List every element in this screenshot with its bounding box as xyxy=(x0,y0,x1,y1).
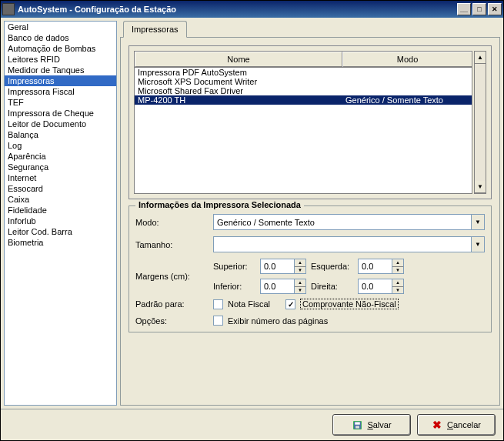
scroll-up-icon[interactable]: ▲ xyxy=(475,52,486,64)
cell-modo: Genérico / Somente Texto xyxy=(345,95,469,105)
chevron-down-icon[interactable]: ▼ xyxy=(471,215,484,229)
cancel-button[interactable]: ✖ Cancelar xyxy=(417,414,496,436)
cell-nome: Impressora PDF AutoSystem xyxy=(138,68,345,77)
sidebar-item-impressora-de-cheque[interactable]: Impressora de Cheque xyxy=(5,108,116,119)
opcoes-label: Opções: xyxy=(135,316,209,326)
app-window: AutoSystem - Configuração da Estação __ … xyxy=(0,0,504,441)
cell-nome: Microsoft XPS Document Writer xyxy=(138,77,345,86)
spin-up-icon[interactable]: ▲ xyxy=(295,279,305,287)
exibir-label: Exibir número das páginas xyxy=(228,316,328,326)
comprovante-checkbox[interactable] xyxy=(285,299,295,309)
inferior-label: Inferior: xyxy=(213,282,255,291)
sidebar: GeralBanco de dadosAutomação de BombasLe… xyxy=(4,21,117,406)
spin-down-icon[interactable]: ▼ xyxy=(295,267,305,274)
cancel-icon: ✖ xyxy=(432,419,442,430)
sidebar-item-biometria[interactable]: Biometria xyxy=(5,237,116,248)
esquerda-label: Esquerda: xyxy=(311,262,353,271)
exibir-checkbox[interactable] xyxy=(213,316,223,326)
superior-label: Superior: xyxy=(213,262,255,271)
spin-down-icon[interactable]: ▼ xyxy=(295,287,305,294)
sidebar-item-internet[interactable]: Internet xyxy=(5,172,116,183)
esquerda-input[interactable]: 0.0 ▲▼ xyxy=(358,259,404,274)
app-icon xyxy=(2,3,15,15)
modo-dropdown[interactable]: Genérico / Somente Texto ▼ xyxy=(213,214,485,230)
padrao-label: Padrão para: xyxy=(135,299,209,309)
sidebar-item-tef[interactable]: TEF xyxy=(5,97,116,108)
maximize-button[interactable]: □ xyxy=(472,3,486,15)
printers-table: Nome Modo Impressora PDF AutoSystemMicro… xyxy=(129,45,492,199)
sidebar-item-automação-de-bombas[interactable]: Automação de Bombas xyxy=(5,43,116,54)
direita-input[interactable]: 0.0 ▲▼ xyxy=(358,279,404,294)
margens-label: Margens (cm): xyxy=(135,272,209,281)
cell-modo xyxy=(345,77,469,86)
table-row[interactable]: Microsoft XPS Document Writer xyxy=(135,77,472,86)
table-scrollbar[interactable]: ▲ ▼ xyxy=(474,51,486,194)
titlebar: AutoSystem - Configuração da Estação __ … xyxy=(1,1,503,18)
cell-nome: Microsoft Shared Fax Driver xyxy=(138,86,345,95)
scroll-down-icon[interactable]: ▼ xyxy=(475,181,486,193)
nota-fiscal-label: Nota Fiscal xyxy=(228,299,270,309)
superior-input[interactable]: 0.0 ▲▼ xyxy=(260,259,306,274)
column-header-modo[interactable]: Modo xyxy=(342,52,472,67)
close-button[interactable]: ✕ xyxy=(488,3,502,15)
save-icon xyxy=(352,419,362,430)
modo-value: Genérico / Somente Texto xyxy=(217,218,315,227)
sidebar-item-caixa[interactable]: Caixa xyxy=(5,194,116,205)
direita-label: Direita: xyxy=(311,282,353,291)
sidebar-item-essocard[interactable]: Essocard xyxy=(5,183,116,194)
table-row[interactable]: MP-4200 THGenérico / Somente Texto xyxy=(135,95,472,105)
save-button[interactable]: Salvar xyxy=(332,414,411,436)
cell-nome: MP-4200 TH xyxy=(138,95,345,105)
tamanho-dropdown[interactable]: ▼ xyxy=(213,236,485,252)
tamanho-label: Tamanho: xyxy=(135,240,209,249)
sidebar-item-banco-de-dados[interactable]: Banco de dados xyxy=(5,32,116,43)
svg-rect-2 xyxy=(355,426,359,428)
svg-rect-1 xyxy=(355,422,360,424)
printer-details-group: Informações da Impressora Selecionada Mo… xyxy=(129,205,492,332)
nota-fiscal-checkbox[interactable] xyxy=(213,299,223,309)
column-header-nome[interactable]: Nome xyxy=(135,52,342,67)
cell-modo xyxy=(345,68,469,77)
table-row[interactable]: Microsoft Shared Fax Driver xyxy=(135,86,472,95)
spin-up-icon[interactable]: ▲ xyxy=(392,259,403,267)
comprovante-label: Comprovante Não-Fiscal xyxy=(300,299,399,309)
sidebar-item-impressoras[interactable]: Impressoras xyxy=(5,75,116,86)
inferior-input[interactable]: 0.0 ▲▼ xyxy=(260,279,306,294)
footer: Salvar ✖ Cancelar xyxy=(1,409,503,440)
sidebar-item-balança[interactable]: Balança xyxy=(5,129,116,140)
spin-down-icon[interactable]: ▼ xyxy=(392,267,403,274)
sidebar-item-medidor-de-tanques[interactable]: Medidor de Tanques xyxy=(5,65,116,75)
sidebar-item-geral[interactable]: Geral xyxy=(5,22,116,32)
sidebar-item-fidelidade[interactable]: Fidelidade xyxy=(5,205,116,215)
window-title: AutoSystem - Configuração da Estação xyxy=(18,5,456,14)
sidebar-item-segurança[interactable]: Segurança xyxy=(5,162,116,172)
sidebar-item-inforlub[interactable]: Inforlub xyxy=(5,215,116,226)
spin-up-icon[interactable]: ▲ xyxy=(392,279,403,287)
table-row[interactable]: Impressora PDF AutoSystem xyxy=(135,68,472,77)
cell-modo xyxy=(345,86,469,95)
sidebar-item-leitores-rfid[interactable]: Leitores RFID xyxy=(5,54,116,65)
tab-impressoras[interactable]: Impressoras xyxy=(123,21,187,38)
sidebar-item-impressora-fiscal[interactable]: Impressora Fiscal xyxy=(5,86,116,97)
sidebar-item-leitor-de-documento[interactable]: Leitor de Documento xyxy=(5,119,116,129)
minimize-button[interactable]: __ xyxy=(457,3,471,15)
spin-down-icon[interactable]: ▼ xyxy=(392,287,403,294)
group-title: Informações da Impressora Selecionada xyxy=(135,200,304,209)
chevron-down-icon[interactable]: ▼ xyxy=(471,237,484,252)
modo-label: Modo: xyxy=(135,218,209,227)
sidebar-item-leitor-cod.-barra[interactable]: Leitor Cod. Barra xyxy=(5,226,116,237)
sidebar-item-aparência[interactable]: Aparência xyxy=(5,151,116,162)
sidebar-item-log[interactable]: Log xyxy=(5,140,116,151)
spin-up-icon[interactable]: ▲ xyxy=(295,259,305,267)
